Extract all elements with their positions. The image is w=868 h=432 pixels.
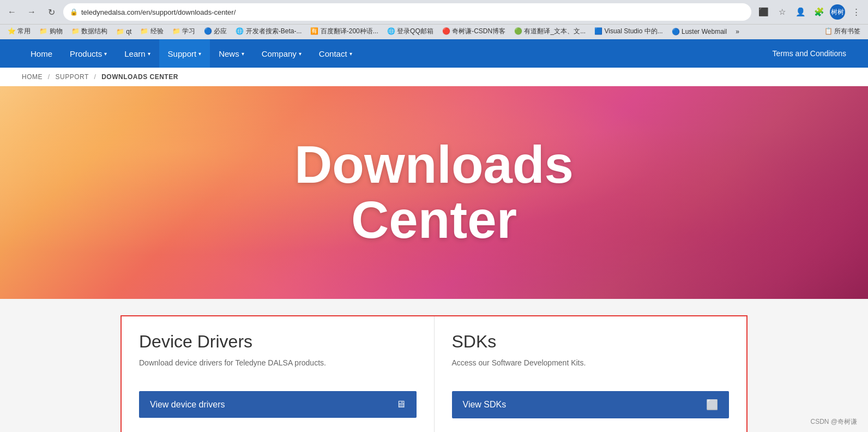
menu-button[interactable]: ⋮ xyxy=(848,4,864,20)
nav-news[interactable]: News ▾ xyxy=(210,39,253,68)
device-drivers-desc: Download device drivers for Teledyne DAL… xyxy=(139,358,417,380)
sdks-icon: ⬜ xyxy=(706,399,718,411)
watermark: CSDN @奇树谦 xyxy=(810,417,857,427)
breadcrumb: HOME / SUPPORT / DOWNLOADS CENTER xyxy=(0,68,868,86)
view-device-drivers-button[interactable]: View device drivers 🖥 xyxy=(139,391,417,418)
support-chevron: ▾ xyxy=(198,51,201,57)
bookmark-youdao[interactable]: 🟢 有道翻译_文本、文... xyxy=(511,26,589,37)
nav-terms[interactable]: Terms and Conditions xyxy=(773,49,846,58)
profile-button[interactable]: 👤 xyxy=(793,4,808,20)
hero-title: Downloads Center xyxy=(294,137,574,248)
extensions-button[interactable]: 🧩 xyxy=(811,4,827,20)
breadcrumb-sep-2: / xyxy=(94,73,96,81)
view-sdks-label: View SDKs xyxy=(463,400,507,410)
breadcrumb-support[interactable]: SUPPORT xyxy=(56,73,89,81)
website: Home Products ▾ Learn ▾ Support ▾ News ▾… xyxy=(0,39,868,432)
news-chevron: ▾ xyxy=(242,51,244,57)
nav-learn[interactable]: Learn ▾ xyxy=(116,39,159,68)
bookmarks-bar: ⭐ 常用 📁 购物 📁 数据结构 📁 qt 📁 经验 📁 学习 🔵 必应 🌐 开… xyxy=(0,24,868,39)
device-drivers-card: Device Drivers Download device drivers f… xyxy=(122,316,435,432)
bookmark-csdn[interactable]: 🔴 奇树谦-CSDN博客 xyxy=(439,26,509,37)
content-section: Device Drivers Download device drivers f… xyxy=(0,299,868,432)
qr-button[interactable]: ⬛ xyxy=(756,4,771,20)
device-drivers-title: Device Drivers xyxy=(139,332,417,352)
bookmark-shopping[interactable]: 📁 购物 xyxy=(36,26,65,37)
url-text: teledynedalsa.com/en/support/downloads-c… xyxy=(81,8,745,16)
hero-banner: Downloads Center xyxy=(0,86,868,299)
learn-chevron: ▾ xyxy=(148,51,150,57)
sdks-desc: Access our Software Development Kits. xyxy=(452,358,730,380)
contact-chevron: ▾ xyxy=(349,51,352,57)
bookmark-luster[interactable]: 🔵 Luster Webmail xyxy=(668,27,730,37)
bookmark-experience[interactable]: 📁 经验 xyxy=(137,26,166,37)
nav-company[interactable]: Company ▾ xyxy=(253,39,310,68)
bookmark-qq[interactable]: 🌐 登录QQ邮箱 xyxy=(384,26,437,37)
products-chevron: ▾ xyxy=(104,51,107,57)
view-device-drivers-label: View device drivers xyxy=(150,400,225,410)
browser-toolbar: ← → ↻ 🔒 teledynedalsa.com/en/support/dow… xyxy=(0,0,868,24)
device-drivers-icon: 🖥 xyxy=(396,399,406,410)
nav-support[interactable]: Support ▾ xyxy=(159,39,210,68)
toolbar-right: ⬛ ☆ 👤 🧩 树树 ⋮ xyxy=(756,4,864,20)
breadcrumb-home[interactable]: HOME xyxy=(22,73,43,81)
bookmark-qt[interactable]: 📁 qt xyxy=(113,27,135,37)
nav-left: Home Products ▾ Learn ▾ Support ▾ News ▾… xyxy=(22,39,773,68)
sdks-title: SDKs xyxy=(452,332,730,352)
bookmark-more[interactable]: » xyxy=(732,27,743,37)
view-sdks-button[interactable]: View SDKs ⬜ xyxy=(452,391,730,418)
forward-button[interactable]: → xyxy=(24,4,39,20)
nav-contact[interactable]: Contact ▾ xyxy=(310,39,361,68)
breadcrumb-current: DOWNLOADS CENTER xyxy=(101,73,178,81)
refresh-button[interactable]: ↻ xyxy=(44,4,59,20)
sdks-card: SDKs Access our Software Development Kit… xyxy=(435,316,747,432)
bookmark-learn[interactable]: 📁 学习 xyxy=(169,26,198,37)
cards-container: Device Drivers Download device drivers f… xyxy=(120,315,748,432)
bookmark-devsearch[interactable]: 🌐 开发者搜索-Beta-... xyxy=(232,26,305,37)
bookmark-changyon[interactable]: ⭐ 常用 xyxy=(4,26,34,37)
browser-chrome: ← → ↻ 🔒 teledynedalsa.com/en/support/dow… xyxy=(0,0,868,39)
bookmark-vstudio[interactable]: 🟦 Visual Studio 中的... xyxy=(591,26,666,37)
bookmark-star[interactable]: ☆ xyxy=(774,4,789,20)
bookmark-datastruct[interactable]: 📁 数据结构 xyxy=(68,26,111,37)
nav-bar: Home Products ▾ Learn ▾ Support ▾ News ▾… xyxy=(0,39,868,68)
bookmark-bing[interactable]: 🔵 必应 xyxy=(201,26,230,37)
bookmark-all[interactable]: 📋 所有书签 xyxy=(821,26,864,37)
nav-products[interactable]: Products ▾ xyxy=(61,39,116,68)
company-chevron: ▾ xyxy=(299,51,302,57)
profile-avatar[interactable]: 树树 xyxy=(830,4,845,20)
back-button[interactable]: ← xyxy=(4,4,20,20)
secure-icon: 🔒 xyxy=(70,8,78,16)
nav-home[interactable]: Home xyxy=(22,39,61,68)
breadcrumb-sep-1: / xyxy=(48,73,50,81)
bookmark-baidu[interactable]: 🈶 百度翻译-200种语... xyxy=(307,26,381,37)
address-bar[interactable]: 🔒 teledynedalsa.com/en/support/downloads… xyxy=(63,3,751,21)
